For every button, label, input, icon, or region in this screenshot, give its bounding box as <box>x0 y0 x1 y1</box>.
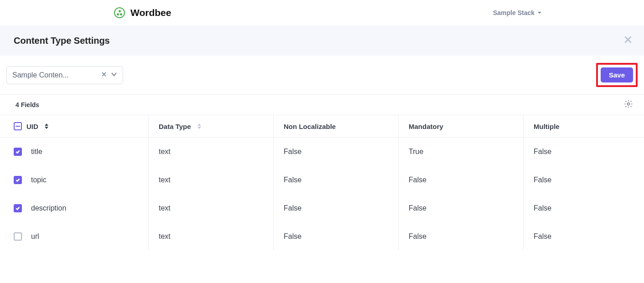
content-type-label: Sample Conten... <box>12 71 97 79</box>
fields-table: UID Data Type Non Localizable Mandatory … <box>0 115 644 251</box>
cell-mandatory: False <box>399 222 524 251</box>
col-header-datatype[interactable]: Data Type <box>149 115 274 138</box>
cell-datatype: text <box>149 166 274 194</box>
cell-uid: url <box>31 232 39 241</box>
cell-multiple: False <box>524 222 644 251</box>
cell-mandatory: False <box>399 194 524 222</box>
toolbar: Sample Conten... Save <box>0 56 644 95</box>
col-header-nonlocalizable-label: Non Localizable <box>284 123 336 130</box>
settings-header: Content Type Settings <box>0 26 644 56</box>
svg-point-0 <box>628 103 630 105</box>
cell-uid: title <box>31 148 42 156</box>
clear-selection-icon[interactable] <box>101 71 107 79</box>
sort-icon[interactable] <box>197 123 201 129</box>
col-header-uid[interactable]: UID <box>0 115 149 138</box>
subbar: 4 Fields <box>0 95 644 115</box>
cell-datatype: text <box>149 222 274 251</box>
cell-mandatory: True <box>399 138 524 166</box>
cell-datatype: text <box>149 194 274 222</box>
cell-multiple: False <box>524 166 644 194</box>
cell-multiple: False <box>524 138 644 166</box>
brand: Wordbee <box>114 7 171 18</box>
cell-nonlocalizable: False <box>274 138 399 166</box>
table-row: description <box>0 194 149 222</box>
save-highlight: Save <box>596 63 638 87</box>
col-header-mandatory-label: Mandatory <box>409 123 443 130</box>
cell-mandatory: False <box>399 166 524 194</box>
table-row: topic <box>0 166 149 194</box>
cell-uid: description <box>31 204 66 212</box>
col-header-datatype-label: Data Type <box>159 123 191 130</box>
table-row: title <box>0 138 149 166</box>
top-bar: Wordbee Sample Stack <box>0 0 644 26</box>
close-button[interactable] <box>623 35 633 46</box>
field-count: 4 Fields <box>16 101 39 108</box>
row-checkbox[interactable] <box>14 204 22 212</box>
row-checkbox[interactable] <box>14 176 22 184</box>
row-checkbox[interactable] <box>14 232 22 241</box>
cell-nonlocalizable: False <box>274 222 399 251</box>
stack-selector-label: Sample Stack <box>493 9 535 16</box>
stack-selector[interactable]: Sample Stack <box>493 9 542 16</box>
sort-icon[interactable] <box>45 123 48 129</box>
cell-uid: topic <box>31 176 47 184</box>
wordbee-logo-icon <box>114 7 125 18</box>
cell-multiple: False <box>524 194 644 222</box>
cell-nonlocalizable: False <box>274 194 399 222</box>
content-type-selector[interactable]: Sample Conten... <box>6 66 123 84</box>
gear-icon <box>624 102 633 110</box>
col-header-multiple[interactable]: Multiple <box>524 115 644 138</box>
cell-datatype: text <box>149 138 274 166</box>
settings-title: Content Type Settings <box>14 36 110 46</box>
col-header-uid-label: UID <box>26 123 38 130</box>
chevron-down-icon[interactable] <box>111 71 117 79</box>
table-settings-button[interactable] <box>624 99 633 110</box>
table-row: url <box>0 222 149 251</box>
close-icon <box>623 38 633 46</box>
chevron-down-icon <box>537 9 542 16</box>
col-header-multiple-label: Multiple <box>534 123 560 130</box>
save-button[interactable]: Save <box>601 67 633 82</box>
col-header-nonlocalizable[interactable]: Non Localizable <box>274 115 399 138</box>
brand-name: Wordbee <box>130 7 171 18</box>
select-all-checkbox[interactable] <box>14 122 22 130</box>
cell-nonlocalizable: False <box>274 166 399 194</box>
col-header-mandatory[interactable]: Mandatory <box>399 115 524 138</box>
row-checkbox[interactable] <box>14 148 22 156</box>
